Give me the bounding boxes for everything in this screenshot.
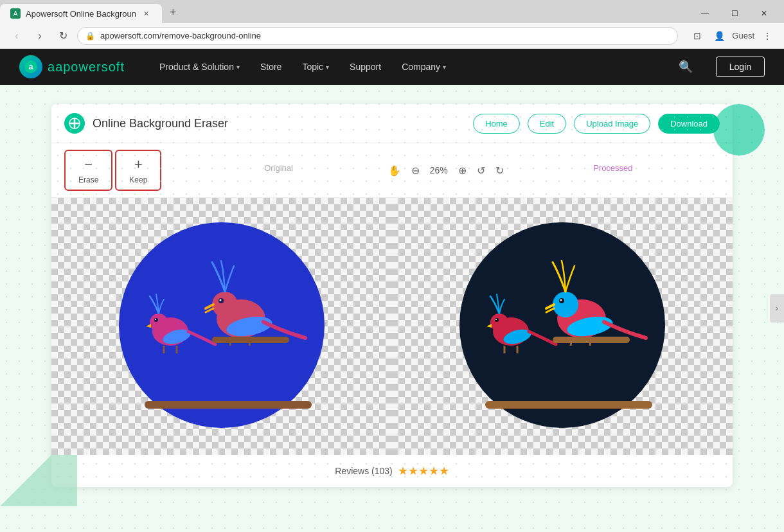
back-button[interactable]: ‹ [8, 27, 26, 45]
zoom-out-button[interactable]: ⊖ [409, 162, 422, 179]
svg-point-7 [154, 318, 158, 322]
erase-icon: − [84, 156, 93, 173]
chevron-down-icon-2: ▾ [326, 64, 329, 71]
refresh-button[interactable]: ↻ [54, 27, 72, 45]
address-bar[interactable]: 🔒 apowersoft.com/remove-background-onlin… [77, 27, 678, 45]
image-area [51, 198, 733, 455]
keep-label: Keep [129, 175, 147, 184]
svg-text:a: a [29, 62, 33, 71]
maximize-button[interactable]: ☐ [720, 4, 749, 23]
star-rating: ★★★★★ [398, 464, 449, 478]
address-text: apowersoft.com/remove-background-online [100, 31, 261, 40]
keep-icon: + [134, 156, 143, 173]
processed-panel [392, 198, 733, 455]
new-tab-button[interactable]: + [162, 2, 184, 23]
svg-line-18 [249, 337, 251, 346]
website: a aapowersoft Product & Solution ▾ Store… [0, 49, 784, 532]
nav-label-product: Product & Solution [159, 62, 234, 72]
nav-item-store[interactable]: Store [251, 57, 290, 77]
browser-window: A Apowersoft Online Backgroun ✕ + — ☐ ✕ … [0, 0, 784, 49]
toolbar-right: ⊡ 👤 Guest ⋮ [688, 27, 776, 45]
close-button[interactable]: ✕ [749, 4, 779, 23]
svg-rect-19 [145, 401, 312, 409]
erase-label: Erase [78, 175, 98, 184]
processed-label: Processed [506, 162, 720, 179]
svg-point-23 [490, 314, 508, 332]
app-logo-icon [64, 113, 85, 134]
lock-icon: 🔒 [85, 31, 95, 40]
download-button[interactable]: Download [658, 114, 720, 134]
active-tab[interactable]: A Apowersoft Online Backgroun ✕ [0, 4, 162, 23]
site-logo[interactable]: a aapowersoft [19, 55, 125, 78]
site-nav: a aapowersoft Product & Solution ▾ Store… [0, 49, 784, 85]
upload-image-button[interactable]: Upload Image [574, 114, 650, 134]
logo-text: aapowersoft [48, 60, 125, 75]
panel-labels: Original ✋ ⊖ 26% ⊕ ↺ ↻ Processed [172, 162, 720, 179]
menu-button[interactable]: ⋮ [758, 27, 776, 45]
svg-point-32 [560, 299, 562, 301]
tab-title: Apowersoft Online Backgroun [26, 9, 136, 19]
app-container: Online Background Eraser Home Edit Uploa… [51, 104, 733, 487]
nav-label-support: Support [350, 62, 381, 72]
nav-item-support[interactable]: Support [341, 57, 390, 77]
svg-line-17 [230, 337, 231, 346]
zoom-in-button[interactable]: ⊕ [456, 162, 469, 179]
search-icon[interactable]: 🔍 [675, 56, 697, 78]
original-bird-image [106, 209, 337, 443]
main-content: › Online Background Eraser Home Edit Upl… [0, 85, 784, 532]
deco-circle [713, 104, 765, 155]
forward-button[interactable]: › [31, 27, 49, 45]
nav-item-topic[interactable]: Topic ▾ [293, 57, 338, 77]
rotate-right-button[interactable]: ↻ [493, 162, 506, 179]
edit-button[interactable]: Edit [528, 114, 566, 134]
home-button[interactable]: Home [473, 114, 520, 134]
zoom-level: 26% [427, 165, 450, 175]
original-label: Original [172, 162, 385, 179]
nav-label-topic: Topic [302, 62, 323, 72]
window-controls: — ☐ ✕ [690, 4, 784, 23]
nav-label-store: Store [260, 62, 281, 72]
svg-point-25 [495, 319, 497, 320]
processed-bird-image [447, 209, 678, 443]
svg-point-24 [495, 318, 499, 322]
logo-icon: a [19, 55, 42, 78]
svg-line-35 [590, 337, 591, 346]
tool-group: − Erase + Keep [64, 150, 161, 191]
svg-point-13 [212, 292, 238, 317]
reviews-bar: Reviews (103) ★★★★★ [51, 455, 733, 487]
login-button[interactable]: Login [716, 57, 765, 77]
original-panel [51, 198, 392, 455]
svg-point-15 [220, 299, 222, 301]
svg-line-34 [571, 337, 572, 346]
editor-toolbar: − Erase + Keep Original ✋ ⊖ 26% ⊕ [51, 143, 733, 198]
nav-item-product[interactable]: Product & Solution ▾ [150, 57, 249, 77]
user-label: Guest [732, 31, 754, 40]
erase-tool-button[interactable]: − Erase [64, 150, 112, 191]
zoom-controls: ✋ ⊖ 26% ⊕ ↺ ↻ [386, 162, 506, 179]
svg-point-6 [150, 314, 168, 332]
pan-tool-icon[interactable]: ✋ [386, 162, 404, 179]
nav-label-company: Company [402, 62, 440, 72]
svg-point-30 [553, 292, 578, 317]
minimize-button[interactable]: — [690, 4, 720, 23]
browser-tabs-bar: A Apowersoft Online Backgroun ✕ + — ☐ ✕ [0, 0, 784, 23]
keep-tool-button[interactable]: + Keep [115, 150, 161, 191]
browser-toolbar: ‹ › ↻ 🔒 apowersoft.com/remove-background… [0, 23, 784, 49]
nav-item-company[interactable]: Company ▾ [393, 57, 455, 77]
sidebar-toggle-button[interactable]: › [770, 294, 784, 323]
reviews-text: Reviews (103) [335, 466, 392, 476]
app-title: Online Background Eraser [93, 117, 465, 130]
tab-close-button[interactable]: ✕ [141, 8, 152, 19]
tab-favicon: A [10, 8, 21, 19]
chevron-down-icon-3: ▾ [443, 64, 446, 71]
rotate-left-button[interactable]: ↺ [474, 162, 488, 179]
chevron-down-icon: ▾ [236, 64, 240, 71]
svg-point-8 [155, 319, 156, 320]
extensions-button[interactable]: ⊡ [688, 27, 706, 45]
user-button[interactable]: 👤 [710, 27, 728, 45]
svg-rect-36 [485, 401, 652, 409]
nav-items: Product & Solution ▾ Store Topic ▾ Suppo… [150, 57, 455, 77]
app-header: Online Background Eraser Home Edit Uploa… [51, 104, 733, 143]
